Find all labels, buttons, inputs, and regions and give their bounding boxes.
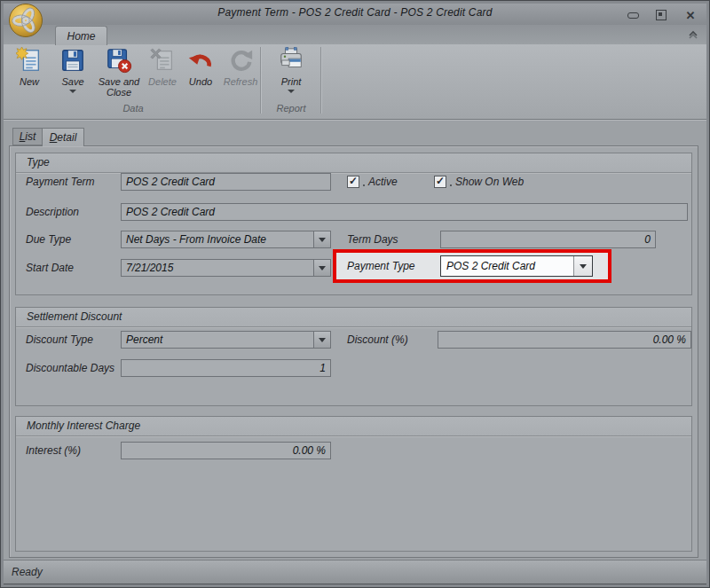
close-button[interactable]: ✕	[683, 9, 698, 21]
discount-pct-input[interactable]: 0.00 %	[438, 331, 691, 349]
save-dropdown-icon[interactable]	[69, 90, 76, 93]
save-icon	[59, 47, 86, 74]
discount-type-value: Percent	[126, 333, 162, 346]
new-document-icon	[16, 47, 43, 74]
discountable-days-label: Discountable Days	[26, 359, 114, 377]
start-date-picker[interactable]: 7/21/2015	[121, 259, 331, 277]
payment-term-value: POS 2 Credit Card	[126, 176, 215, 188]
start-date-dropdown-button[interactable]	[313, 260, 330, 276]
ribbon-group-separator	[320, 47, 322, 114]
discount-pct-value: 0.00 %	[653, 333, 686, 346]
print-button[interactable]: Print	[270, 47, 312, 93]
trefoil-logo-icon	[8, 3, 43, 38]
term-days-value: 0	[644, 233, 651, 246]
due-type-label: Due Type	[26, 231, 71, 248]
delete-button-label: Delete	[148, 76, 177, 87]
tab-detail-label: Detail	[50, 131, 77, 144]
print-dropdown-icon[interactable]	[288, 90, 295, 93]
delete-icon	[149, 47, 176, 74]
description-label: Description	[26, 203, 79, 221]
chevron-up-icon	[687, 29, 699, 40]
tab-detail[interactable]: Detail	[42, 128, 84, 146]
chevron-down-icon	[580, 264, 587, 269]
discount-type-combo[interactable]: Percent	[121, 331, 331, 349]
start-date-value: 7/21/2015	[126, 262, 173, 274]
discountable-days-value: 1	[320, 362, 326, 374]
refresh-icon	[227, 47, 254, 74]
show-on-web-checkbox[interactable]	[434, 176, 446, 188]
window-bottom-edge	[1, 584, 709, 587]
title-bar: Payment Term - POS 2 Credit Card - POS 2…	[1, 1, 709, 25]
window-title: Payment Term - POS 2 Credit Card - POS 2…	[1, 6, 709, 19]
chevron-down-icon	[319, 338, 326, 342]
undo-button[interactable]: Undo	[182, 47, 219, 87]
payment-term-input[interactable]: POS 2 Credit Card	[121, 173, 331, 191]
type-groupbox-title: Type	[27, 156, 50, 169]
refresh-button-label: Refresh	[224, 76, 258, 87]
save-button[interactable]: Save	[52, 47, 93, 93]
discount-pct-label: Discount (%)	[347, 331, 408, 349]
due-type-value: Net Days - From Invoice Date	[126, 233, 266, 246]
interest-pct-value: 0.00 %	[293, 444, 326, 457]
term-days-input[interactable]: 0	[440, 231, 656, 248]
due-type-combo[interactable]: Net Days - From Invoice Date	[121, 231, 331, 248]
app-window: Payment Term - POS 2 Credit Card - POS 2…	[0, 0, 710, 588]
application-menu-button[interactable]	[8, 3, 43, 38]
payment-type-label: Payment Type	[347, 253, 414, 279]
interest-pct-label: Interest (%)	[26, 442, 81, 459]
save-and-close-button[interactable]: Save and Close	[95, 47, 143, 98]
detail-tab-page: Type Payment Term POS 2 Credit Card Acti…	[9, 145, 698, 558]
minimize-icon	[627, 12, 639, 19]
minimize-button[interactable]	[626, 9, 640, 21]
tab-list-label: List	[20, 130, 36, 143]
settlement-discount-groupbox: Settlement Discount Discount Type Percen…	[15, 307, 692, 406]
description-input[interactable]: POS 2 Credit Card	[121, 203, 688, 221]
status-text: Ready	[12, 566, 43, 578]
due-type-dropdown-button[interactable]	[313, 231, 330, 247]
maximize-icon	[656, 10, 667, 20]
save-and-close-icon	[106, 47, 132, 74]
discount-type-dropdown-button[interactable]	[313, 332, 330, 348]
active-checkbox[interactable]	[347, 176, 359, 188]
discount-type-label: Discount Type	[26, 331, 93, 349]
payment-type-highlight-box: Payment Type POS 2 Credit Card	[333, 249, 611, 283]
show-on-web-smarttag-dot	[450, 184, 452, 186]
ribbon-group-separator	[260, 47, 262, 114]
type-groupbox-header	[16, 153, 691, 173]
discountable-days-input[interactable]: 1	[121, 359, 331, 377]
description-value: POS 2 Credit Card	[126, 206, 215, 218]
show-on-web-label: Show On Web	[455, 173, 524, 191]
undo-icon	[187, 47, 214, 74]
payment-type-value: POS 2 Credit Card	[446, 260, 535, 272]
save-button-label: Save	[61, 76, 83, 87]
active-label: Active	[368, 173, 398, 191]
chevron-down-icon	[319, 266, 326, 270]
term-days-label: Term Days	[347, 231, 398, 248]
ribbon-tab-home-label: Home	[67, 30, 95, 43]
active-smarttag-dot	[363, 184, 365, 186]
ribbon-group-label-data: Data	[8, 103, 258, 114]
tab-list[interactable]: List	[12, 128, 43, 145]
ribbon: New Save Save and Close	[1, 44, 709, 120]
print-button-label: Print	[281, 76, 302, 87]
print-icon	[278, 47, 304, 74]
undo-button-label: Undo	[189, 76, 212, 87]
delete-button[interactable]: Delete	[143, 47, 182, 87]
interest-groupbox-title: Monthly Interest Charge	[27, 419, 140, 432]
save-and-close-button-label: Save and Close	[95, 76, 143, 98]
ribbon-collapse-button[interactable]	[687, 27, 699, 38]
interest-pct-input[interactable]: 0.00 %	[121, 442, 331, 459]
start-date-label: Start Date	[26, 259, 74, 277]
maximize-button[interactable]	[654, 9, 668, 21]
refresh-button[interactable]: Refresh	[219, 47, 262, 87]
payment-term-label: Payment Term	[26, 173, 95, 191]
settlement-groupbox-title: Settlement Discount	[27, 310, 122, 323]
monthly-interest-groupbox: Monthly Interest Charge Interest (%) 0.0…	[15, 416, 692, 552]
ribbon-group-label-report: Report	[264, 103, 319, 114]
close-icon: ✕	[686, 10, 696, 21]
ribbon-tab-home[interactable]: Home	[55, 26, 107, 45]
status-bar: Ready	[1, 560, 709, 584]
payment-type-combo[interactable]: POS 2 Credit Card	[440, 255, 593, 277]
payment-type-dropdown-button[interactable]	[573, 256, 592, 276]
new-button[interactable]: New	[8, 47, 51, 87]
